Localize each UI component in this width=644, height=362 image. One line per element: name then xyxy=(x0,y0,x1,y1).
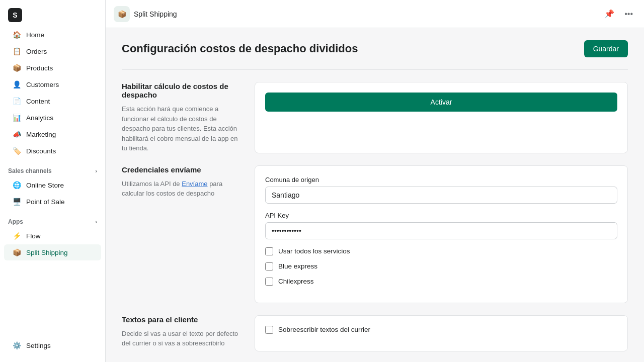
checkbox-chilexpress: Chilexpress xyxy=(265,278,617,286)
apps-nav: ⚡ Flow 📦 Split Shipping xyxy=(0,227,105,261)
sidebar-item-point-of-sale-label: Point of Sale xyxy=(26,198,65,206)
checkbox-chilexpress-label: Chilexpress xyxy=(278,278,314,285)
section-credenciales: Credenciales envíame Utilizamos la API d… xyxy=(122,165,628,303)
sidebar-item-content[interactable]: 📄 Content xyxy=(4,93,101,109)
sidebar-item-discounts[interactable]: 🏷️ Discounts xyxy=(4,143,101,159)
checkbox-blue-express-label: Blue express xyxy=(278,262,317,270)
comuna-input[interactable] xyxy=(265,187,617,204)
sidebar-item-orders[interactable]: 📋 Orders xyxy=(4,43,101,59)
point-of-sale-icon: 🖥️ xyxy=(12,197,21,206)
sidebar-item-split-shipping-label: Split Shipping xyxy=(26,249,68,256)
section-textos-title: Textos para el cliente xyxy=(122,315,243,324)
page-header: Configuración costos de despacho dividid… xyxy=(122,40,628,57)
sidebar-logo: S xyxy=(0,0,105,26)
discounts-icon: 🏷️ xyxy=(12,146,21,155)
online-store-icon: 🌐 xyxy=(12,180,21,190)
sidebar-item-split-shipping[interactable]: 📦 Split Shipping xyxy=(4,244,101,260)
analytics-icon: 📊 xyxy=(12,113,21,122)
sidebar-item-home-label: Home xyxy=(26,31,44,39)
credenciales-desc-prefix: Utilizamos la API de xyxy=(122,180,182,188)
section-credenciales-title: Credenciales envíame xyxy=(122,165,243,174)
sales-channels-label: Sales channels xyxy=(8,167,52,174)
apikey-input[interactable] xyxy=(265,222,617,239)
sidebar-item-orders-label: Orders xyxy=(26,48,47,55)
section-habilitar-left: Habilitar cálculo de costos de despacho … xyxy=(122,82,243,153)
checkbox-todos: Usar todos los servicios xyxy=(265,247,617,255)
sidebar-item-online-store[interactable]: 🌐 Online Store xyxy=(4,177,101,193)
save-button[interactable]: Guardar xyxy=(584,40,628,57)
activate-button[interactable]: Activar xyxy=(265,93,617,112)
apps-label: Apps xyxy=(8,218,23,225)
checkbox-sobreescribir: Sobreescribir textos del currier xyxy=(265,326,617,334)
marketing-icon: 📣 xyxy=(12,130,21,139)
sidebar: S 🏠 Home 📋 Orders 📦 Products 👤 Customers… xyxy=(0,0,106,362)
section-textos-right: Sobreescribir textos del currier xyxy=(255,315,628,351)
sidebar-item-home[interactable]: 🏠 Home xyxy=(4,27,101,43)
sidebar-item-products[interactable]: 📦 Products xyxy=(4,60,101,76)
comuna-label: Comuna de origen xyxy=(265,176,617,184)
sidebar-item-content-label: Content xyxy=(26,98,50,105)
sidebar-item-settings[interactable]: ⚙️ Settings xyxy=(4,337,101,353)
checkbox-sobreescribir-label: Sobreescribir textos del currier xyxy=(278,326,370,333)
section-habilitar: Habilitar cálculo de costos de despacho … xyxy=(122,82,628,153)
sidebar-item-marketing-label: Marketing xyxy=(26,131,56,138)
section-credenciales-desc: Utilizamos la API de Envíame para calcul… xyxy=(122,179,243,199)
section-credenciales-left: Credenciales envíame Utilizamos la API d… xyxy=(122,165,243,303)
apps-chevron: › xyxy=(95,219,97,225)
page-title: Configuración costos de despacho dividid… xyxy=(122,42,358,55)
topbar-actions: 📌 ••• xyxy=(601,6,636,22)
section-credenciales-right: Comuna de origen API Key Usar todos los … xyxy=(255,165,628,303)
section-habilitar-right: Activar xyxy=(255,82,628,153)
sidebar-item-marketing[interactable]: 📣 Marketing xyxy=(4,126,101,142)
page-content: Configuración costos de despacho dividid… xyxy=(106,28,644,362)
sales-channels-chevron: › xyxy=(95,168,97,174)
logo-icon: S xyxy=(8,8,22,22)
section-textos-left: Textos para el cliente Decide si vas a u… xyxy=(122,315,243,351)
checkbox-todos-input[interactable] xyxy=(265,247,273,255)
sidebar-item-products-label: Products xyxy=(26,64,53,72)
settings-icon: ⚙️ xyxy=(12,341,21,350)
checkbox-chilexpress-input[interactable] xyxy=(265,278,273,286)
main-content: 📦 Split Shipping 📌 ••• Configuración cos… xyxy=(106,0,644,362)
products-icon: 📦 xyxy=(12,63,21,72)
sidebar-item-flow-label: Flow xyxy=(26,232,41,240)
sales-channels-section[interactable]: Sales channels › xyxy=(0,159,105,176)
apikey-label: API Key xyxy=(265,212,617,219)
section-textos: Textos para el cliente Decide si vas a u… xyxy=(122,315,628,351)
header-divider xyxy=(122,69,628,70)
content-icon: 📄 xyxy=(12,97,21,106)
checkbox-blue-express: Blue express xyxy=(265,262,617,270)
checkbox-blue-express-input[interactable] xyxy=(265,262,273,270)
split-shipping-icon: 📦 xyxy=(12,248,21,257)
sidebar-item-analytics[interactable]: 📊 Analytics xyxy=(4,110,101,126)
pin-button[interactable]: 📌 xyxy=(601,6,617,22)
sidebar-item-flow[interactable]: ⚡ Flow xyxy=(4,228,101,244)
orders-icon: 📋 xyxy=(12,47,21,56)
flow-icon: ⚡ xyxy=(12,231,21,240)
customers-icon: 👤 xyxy=(12,80,21,89)
sidebar-item-discounts-label: Discounts xyxy=(26,147,56,155)
main-nav: 🏠 Home 📋 Orders 📦 Products 👤 Customers 📄… xyxy=(0,26,105,159)
breadcrumb: Split Shipping xyxy=(134,10,177,18)
sidebar-item-customers[interactable]: 👤 Customers xyxy=(4,76,101,93)
more-button[interactable]: ••• xyxy=(621,7,636,22)
checkbox-todos-label: Usar todos los servicios xyxy=(278,247,350,255)
breadcrumb-icon: 📦 xyxy=(114,6,130,22)
sidebar-item-analytics-label: Analytics xyxy=(26,114,53,122)
enviame-link[interactable]: Envíame xyxy=(182,180,207,188)
sales-channels-nav: 🌐 Online Store 🖥️ Point of Sale xyxy=(0,176,105,210)
sidebar-item-point-of-sale[interactable]: 🖥️ Point of Sale xyxy=(4,194,101,210)
sidebar-item-online-store-label: Online Store xyxy=(26,182,64,189)
section-habilitar-desc: Esta acción hará que comience a funciona… xyxy=(122,104,243,153)
sidebar-item-settings-label: Settings xyxy=(26,342,51,349)
section-habilitar-title: Habilitar cálculo de costos de despacho xyxy=(122,82,243,99)
checkbox-sobreescribir-input[interactable] xyxy=(265,326,273,334)
sidebar-bottom: ⚙️ Settings xyxy=(0,329,105,354)
home-icon: 🏠 xyxy=(12,30,21,39)
topbar: 📦 Split Shipping 📌 ••• xyxy=(106,0,644,28)
section-textos-desc: Decide si vas a usar el texto por defect… xyxy=(122,329,243,348)
apps-section[interactable]: Apps › xyxy=(0,210,105,227)
sidebar-item-customers-label: Customers xyxy=(26,81,59,88)
